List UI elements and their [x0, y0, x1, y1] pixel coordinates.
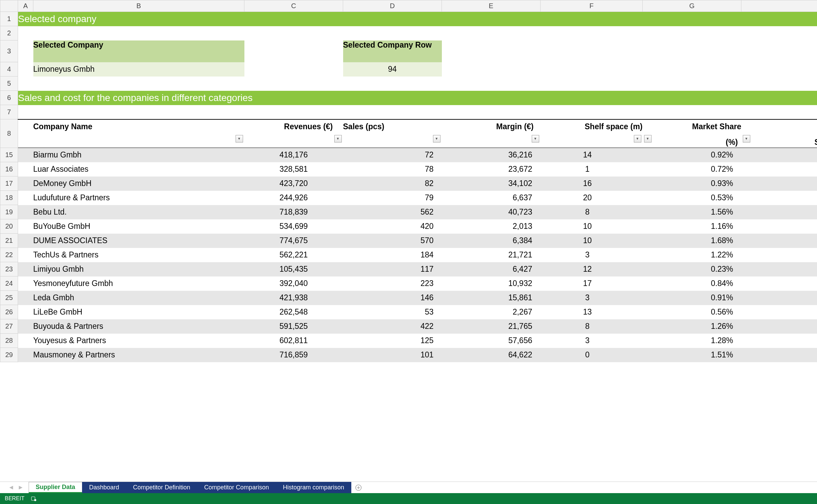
- cell-company[interactable]: Buyouda & Partners: [33, 319, 244, 334]
- cell-margin[interactable]: 40,723: [442, 205, 541, 219]
- cell-sales[interactable]: 125: [343, 334, 442, 348]
- row-header-7[interactable]: 7: [0, 105, 18, 119]
- cell-company[interactable]: Limiyou Gmbh: [33, 262, 244, 276]
- col-header-B[interactable]: B: [33, 0, 244, 12]
- table-row[interactable]: 27Buyouda & Partners591,52542221,76581.2…: [0, 319, 817, 334]
- cell-sales[interactable]: 79: [343, 191, 442, 205]
- cell-shelf[interactable]: 20: [541, 191, 643, 205]
- cell-sales[interactable]: 78: [343, 162, 442, 177]
- table-header-row-bottom[interactable]: ▼ ▼ ▼ ▼ ▼ (%)▼ Selec▼: [0, 134, 817, 148]
- cell-shelf[interactable]: 10: [541, 219, 643, 234]
- row-header[interactable]: 18: [0, 191, 18, 205]
- cell-shelf[interactable]: 10: [541, 234, 643, 248]
- add-sheet-button[interactable]: [351, 482, 366, 493]
- cell-company[interactable]: DeMoney GmbH: [33, 177, 244, 191]
- row-4[interactable]: 4 Limoneyus Gmbh 94: [0, 62, 817, 77]
- cell-shelf[interactable]: 3: [541, 248, 643, 262]
- cell-margin[interactable]: 34,102: [442, 177, 541, 191]
- row-header-2[interactable]: 2: [0, 26, 18, 40]
- row-header-8[interactable]: 8: [0, 119, 18, 148]
- cell-sales[interactable]: 53: [343, 305, 442, 319]
- table-row[interactable]: 19Bebu Ltd.718,83956240,72381.56%: [0, 205, 817, 219]
- cell-revenues[interactable]: 423,720: [244, 177, 343, 191]
- column-header-row[interactable]: A B C D E F G: [0, 0, 817, 12]
- table-row[interactable]: 15Biarmu Gmbh418,1767236,216140.92%: [0, 148, 817, 162]
- cell-share[interactable]: 0.93%: [643, 177, 741, 191]
- sheet-tab[interactable]: Dashboard: [82, 482, 126, 493]
- cell-sales[interactable]: 82: [343, 177, 442, 191]
- filter-button-company[interactable]: ▼: [236, 135, 243, 142]
- cell-revenues[interactable]: 716,859: [244, 348, 343, 362]
- cell-company[interactable]: BuYouBe GmbH: [33, 219, 244, 234]
- cell-revenues[interactable]: 421,938: [244, 291, 343, 305]
- sheet-tab[interactable]: Supplier Data: [29, 482, 82, 493]
- cell-share[interactable]: 0.23%: [643, 262, 741, 276]
- cell-sales[interactable]: 570: [343, 234, 442, 248]
- row-header-5[interactable]: 5: [0, 77, 18, 91]
- row-header[interactable]: 27: [0, 319, 18, 334]
- cell-revenues[interactable]: 718,839: [244, 205, 343, 219]
- cell-revenues[interactable]: 328,581: [244, 162, 343, 177]
- row-2[interactable]: 2: [0, 26, 817, 40]
- cell-margin[interactable]: 2,013: [442, 219, 541, 234]
- cell-revenues[interactable]: 105,435: [244, 262, 343, 276]
- cell-shelf[interactable]: 8: [541, 319, 643, 334]
- filter-button-revcut[interactable]: ▼: [743, 135, 750, 142]
- table-row[interactable]: 25Leda Gmbh421,93814615,86130.91%: [0, 291, 817, 305]
- cell-share[interactable]: 1.22%: [643, 248, 741, 262]
- cell-margin[interactable]: 64,622: [442, 348, 541, 362]
- cell-sales[interactable]: 117: [343, 262, 442, 276]
- row-header[interactable]: 22: [0, 248, 18, 262]
- table-row[interactable]: 17DeMoney GmbH423,7208234,102160.93%: [0, 177, 817, 191]
- cell-share[interactable]: 0.56%: [643, 305, 741, 319]
- cell-share[interactable]: 0.92%: [643, 148, 741, 162]
- row-header[interactable]: 19: [0, 205, 18, 219]
- cell-margin[interactable]: 23,672: [442, 162, 541, 177]
- cell-shelf[interactable]: 16: [541, 177, 643, 191]
- cell-company[interactable]: Ludufuture & Partners: [33, 191, 244, 205]
- table-row[interactable]: 18Ludufuture & Partners244,926796,637200…: [0, 191, 817, 205]
- filter-button-revenues[interactable]: ▼: [334, 135, 342, 142]
- row-header-1[interactable]: 1: [0, 12, 18, 26]
- row-5[interactable]: 5: [0, 77, 817, 91]
- filter-button-mshare[interactable]: ▼: [644, 135, 652, 142]
- col-header-D[interactable]: D: [343, 0, 442, 12]
- cell-shelf[interactable]: 14: [541, 148, 643, 162]
- cell-company[interactable]: Yesmoneyfuture Gmbh: [33, 276, 244, 291]
- cell-shelf[interactable]: 13: [541, 305, 643, 319]
- cell-sales[interactable]: 146: [343, 291, 442, 305]
- cell-company[interactable]: Luar Associates: [33, 162, 244, 177]
- row-header[interactable]: 21: [0, 234, 18, 248]
- cell-share[interactable]: 0.84%: [643, 276, 741, 291]
- row-header[interactable]: 20: [0, 219, 18, 234]
- cell-margin[interactable]: 21,765: [442, 319, 541, 334]
- row-header[interactable]: 16: [0, 162, 18, 177]
- cell-margin[interactable]: 2,267: [442, 305, 541, 319]
- row-1[interactable]: 1 Selected company: [0, 12, 817, 26]
- tab-nav-prev-icon[interactable]: ◄: [8, 484, 14, 491]
- sheet-tab[interactable]: Competitor Comparison: [197, 482, 276, 493]
- table-row[interactable]: 24Yesmoneyfuture Gmbh392,04022310,932170…: [0, 276, 817, 291]
- row-header[interactable]: 25: [0, 291, 18, 305]
- cell-revenues[interactable]: 244,926: [244, 191, 343, 205]
- filter-button-margin[interactable]: ▼: [532, 135, 539, 142]
- row-7[interactable]: 7: [0, 105, 817, 119]
- cell-share[interactable]: 1.26%: [643, 319, 741, 334]
- cell-shelf[interactable]: 8: [541, 205, 643, 219]
- row-header[interactable]: 24: [0, 276, 18, 291]
- cell-share[interactable]: 1.16%: [643, 219, 741, 234]
- row-header[interactable]: 29: [0, 348, 18, 362]
- filter-button-shelf[interactable]: ▼: [634, 135, 641, 142]
- filter-button-sales[interactable]: ▼: [433, 135, 440, 142]
- cell-revenues[interactable]: 534,699: [244, 219, 343, 234]
- cell-share[interactable]: 1.51%: [643, 348, 741, 362]
- row-header-6[interactable]: 6: [0, 91, 18, 105]
- cell-margin[interactable]: 57,656: [442, 334, 541, 348]
- col-header-C[interactable]: C: [244, 0, 343, 12]
- cell-shelf[interactable]: 3: [541, 291, 643, 305]
- cell-sales[interactable]: 422: [343, 319, 442, 334]
- select-all-cell[interactable]: [0, 0, 18, 12]
- table-row[interactable]: 21DUME ASSOCIATES774,6755706,384101.68%: [0, 234, 817, 248]
- cell-company[interactable]: LiLeBe GmbH: [33, 305, 244, 319]
- col-header-E[interactable]: E: [442, 0, 541, 12]
